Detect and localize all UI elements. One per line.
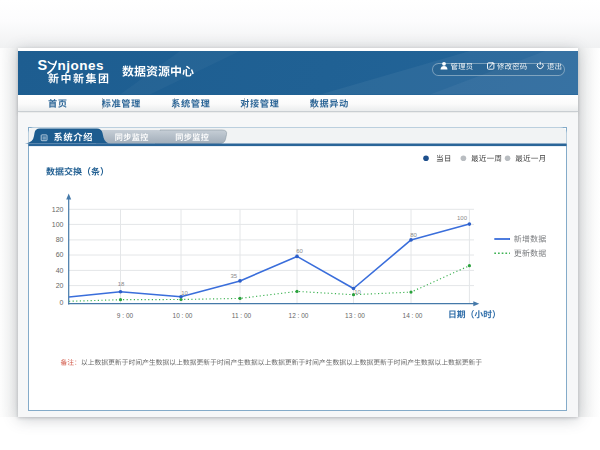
- svg-text:11 : 00: 11 : 00: [232, 312, 252, 319]
- svg-text:10: 10: [354, 289, 361, 295]
- svg-text:9 : 00: 9 : 00: [117, 312, 134, 319]
- svg-text:60: 60: [296, 248, 303, 254]
- svg-text:0: 0: [60, 299, 64, 306]
- svg-text:12 : 00: 12 : 00: [289, 312, 309, 319]
- svg-text:60: 60: [56, 251, 64, 258]
- svg-text:120: 120: [52, 206, 64, 213]
- svg-text:10 : 00: 10 : 00: [173, 312, 193, 319]
- svg-text:100: 100: [52, 221, 64, 228]
- svg-text:S: S: [38, 57, 48, 73]
- svg-text:13 : 00: 13 : 00: [345, 312, 365, 319]
- svg-text:40: 40: [56, 267, 64, 274]
- svg-text:njones: njones: [58, 58, 105, 73]
- svg-text:14 : 00: 14 : 00: [403, 312, 423, 319]
- svg-text:100: 100: [457, 215, 468, 221]
- svg-text:18: 18: [118, 281, 125, 287]
- svg-text:80: 80: [410, 232, 417, 238]
- svg-text:20: 20: [56, 282, 64, 289]
- svg-text:10: 10: [181, 290, 188, 296]
- svg-text:35: 35: [230, 273, 237, 279]
- svg-text:80: 80: [56, 236, 64, 243]
